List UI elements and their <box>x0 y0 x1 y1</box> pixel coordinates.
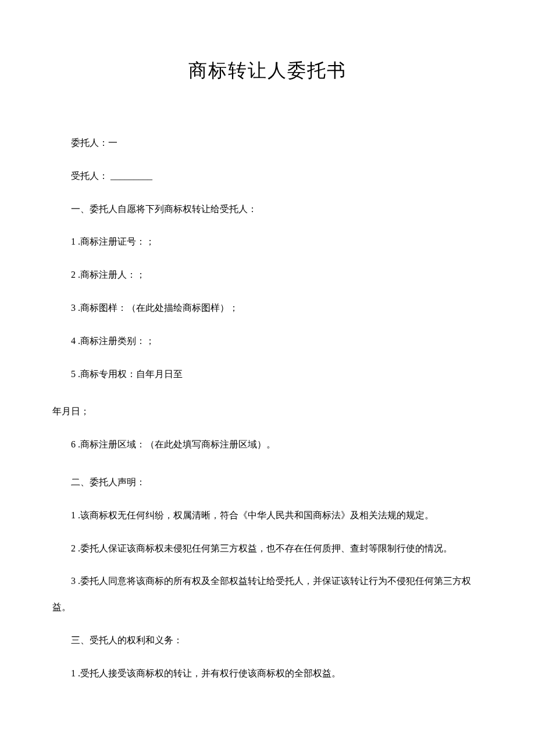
section3-item1: 1 .受托人接受该商标权的转让，并有权行使该商标权的全部权益。 <box>52 661 483 687</box>
section1-item5: 5 .商标专用权：自年月日至 <box>52 361 483 388</box>
trustee-blank: _________ <box>110 171 152 181</box>
document-title: 商标转让人委托书 <box>52 58 483 84</box>
section2-item2: 2 .委托人保证该商标权未侵犯任何第三方权益，也不存在任何质押、查封等限制行使的… <box>52 536 483 562</box>
trustee-label: 受托人： <box>71 171 108 181</box>
entrustor-line: 委托人：一 <box>52 130 483 156</box>
section2-item3: 3 .委托人同意将该商标的所有权及全部权益转让给受托人，并保证该转让行为不侵犯任… <box>52 568 483 621</box>
section2-item1: 1 .该商标权无任何纠纷，权属清晰，符合《中华人民共和国商标法》及相关法规的规定… <box>52 503 483 529</box>
section3-heading: 三、受托人的权利和义务： <box>52 628 483 654</box>
trustee-line: 受托人： _________ <box>52 163 483 189</box>
section1-item1: 1 .商标注册证号：； <box>52 229 483 255</box>
section1-item3: 3 .商标图样：（在此处描绘商标图样）； <box>52 295 483 321</box>
section1-heading: 一、委托人自愿将下列商标权转让给受托人： <box>52 196 483 223</box>
section1-item6: 6 .商标注册区域：（在此处填写商标注册区域）。 <box>52 432 483 458</box>
section1-item4: 4 .商标注册类别：； <box>52 328 483 354</box>
section1-item5-continuation: 年月日； <box>52 399 483 425</box>
section2-heading: 二、委托人声明： <box>52 470 483 496</box>
section1-item2: 2 .商标注册人：； <box>52 262 483 288</box>
